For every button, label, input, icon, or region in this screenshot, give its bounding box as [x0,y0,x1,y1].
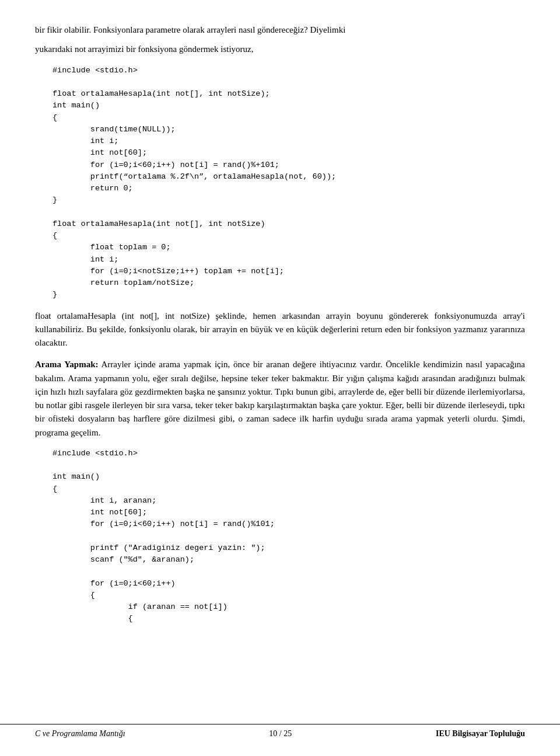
para2-block: Arama Yapmak: Arrayler içinde arama yapm… [35,358,525,440]
intro-line2: yukarıdaki not arrayimizi bir fonksiyona… [35,43,525,56]
footer-left: C ve Programlama Mantığı [35,729,125,738]
para1-text: float ortalamaHesapla (int not[], int no… [35,309,525,350]
code-block-2: #include <stdio.h> int main() { int i, a… [52,448,525,625]
intro-line1: bir fikir olabilir. Fonksiyonlara parame… [35,23,525,37]
para2-text: Arama Yapmak: Arrayler içinde arama yapm… [35,358,525,440]
footer-center: 10 / 25 [269,729,292,738]
footer: C ve Programlama Mantığı 10 / 25 IEU Bil… [0,724,560,738]
para2-rest-text: Arrayler içinde arama yapmak için, önce … [35,360,525,437]
para2-bold-label: Arama Yapmak: [35,360,99,369]
code-block-1: #include <stdio.h> float ortalamaHesapla… [52,65,525,301]
page: bir fikir olabilir. Fonksiyonlara parame… [0,0,560,756]
para1-block: float ortalamaHesapla (int not[], int no… [35,309,525,350]
intro-text: bir fikir olabilir. Fonksiyonlara parame… [35,23,525,57]
footer-right: IEU Bilgisayar Topluluğu [436,729,525,738]
